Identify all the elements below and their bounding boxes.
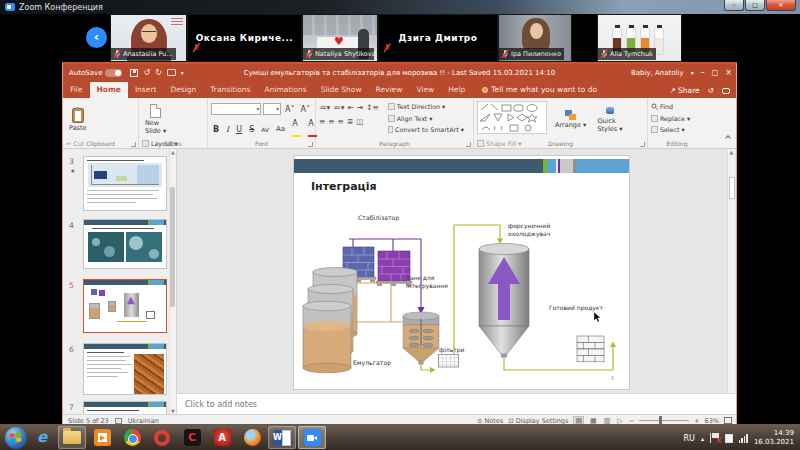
replace-button[interactable]: Replace ▾ xyxy=(651,115,703,122)
proofing-icon[interactable]: ✓ xyxy=(115,418,122,424)
history-icon[interactable]: ↺ xyxy=(708,86,714,95)
underline-button[interactable]: U xyxy=(234,124,244,135)
participant-video-alla[interactable]: Alla Tymchuk xyxy=(597,14,682,62)
align-right-button[interactable]: ≡ xyxy=(338,117,344,126)
increase-indent-button[interactable]: ⇥ xyxy=(357,103,363,112)
text-direction-button[interactable]: Text Direction ▾ xyxy=(388,103,464,110)
ppt-minimize-icon[interactable]: – xyxy=(701,69,705,77)
slide-thumbnail-6[interactable] xyxy=(83,343,167,395)
taskbar-opera[interactable] xyxy=(148,426,176,449)
quick-styles-button[interactable]: QuickStyles ▾ xyxy=(594,101,625,138)
change-case-button[interactable]: Aa xyxy=(274,124,287,135)
paste-button[interactable]: Paste xyxy=(66,101,90,138)
columns-button[interactable]: ◫ xyxy=(356,117,363,126)
taskbar-acrobat[interactable]: A xyxy=(208,426,236,449)
tab-animations[interactable]: Animations xyxy=(258,82,314,98)
dialog-launcher-icon[interactable] xyxy=(466,142,471,147)
tab-view[interactable]: View xyxy=(409,82,441,98)
taskbar-internet-explorer[interactable]: e xyxy=(28,426,56,449)
comments-icon[interactable] xyxy=(722,88,730,94)
align-left-button[interactable]: ≡ xyxy=(319,117,325,126)
panel-scrollbar-thumb[interactable] xyxy=(170,187,175,307)
participant-video-ira[interactable]: Іра Пилипенко xyxy=(498,14,572,62)
ppt-restore-icon[interactable]: ◻ xyxy=(712,69,719,77)
dialog-launcher-icon[interactable] xyxy=(640,142,645,147)
collapse-ribbon-button[interactable] xyxy=(726,125,730,144)
font-name-combo[interactable] xyxy=(211,103,261,115)
tab-transitions[interactable]: Transitions xyxy=(203,82,257,98)
bullets-button[interactable]: ≔▾ xyxy=(319,103,330,112)
tab-slideshow[interactable]: Slide Show xyxy=(314,82,369,98)
tab-design[interactable]: Design xyxy=(163,82,203,98)
taskbar-chrome[interactable] xyxy=(118,426,146,449)
taskbar-firefox[interactable] xyxy=(238,426,266,449)
arrange-button[interactable]: Arrange ▾ xyxy=(552,101,589,138)
line-spacing-button[interactable]: ↕≡ xyxy=(366,103,379,112)
participant-video-nataliya[interactable]: ♥ Nataliya Shytikova xyxy=(302,14,378,62)
slide-canvas[interactable]: Інтеграція Стабілізатор xyxy=(294,156,629,389)
tab-file[interactable]: File xyxy=(63,82,90,98)
scroll-participants-left-button[interactable]: ‹ xyxy=(86,27,107,48)
align-center-button[interactable]: ≡ xyxy=(328,117,334,126)
close-icon[interactable]: × xyxy=(766,0,796,11)
taskbar-comodo[interactable]: C xyxy=(178,426,206,449)
numbering-button[interactable]: ≕▾ xyxy=(333,103,344,112)
autosave-toggle[interactable]: AutoSave xyxy=(69,69,122,77)
bold-button[interactable]: B xyxy=(211,124,221,135)
minimize-icon[interactable]: – xyxy=(724,0,744,11)
tab-home[interactable]: Home xyxy=(90,82,128,98)
find-button[interactable]: Find xyxy=(651,103,703,110)
slide-thumbnail-4[interactable] xyxy=(83,219,167,269)
taskbar-zoom[interactable] xyxy=(298,426,326,449)
align-text-button[interactable]: Align Text ▾ xyxy=(388,115,464,122)
decrease-indent-button[interactable]: ⇤ xyxy=(348,103,354,112)
participant-tile-dzyga[interactable]: Дзига Дмитро xyxy=(378,14,498,62)
char-spacing-button[interactable]: AV xyxy=(259,124,271,135)
shrink-font-button[interactable]: A˅ xyxy=(299,104,312,115)
notes-pane[interactable]: Click to add notes xyxy=(177,393,736,414)
participant-tile-oksana[interactable]: Оксана Кириче... xyxy=(187,14,302,62)
dialog-launcher-icon[interactable] xyxy=(131,142,136,147)
qat-dropdown-icon[interactable]: ▾ xyxy=(181,69,184,76)
taskbar-media-player[interactable] xyxy=(88,426,116,449)
dialog-launcher-icon[interactable] xyxy=(308,142,313,147)
highlight-color-button[interactable]: A xyxy=(290,118,303,140)
participant-video-anastasiia[interactable]: Anastasiia Pu... xyxy=(110,14,187,62)
tab-review[interactable]: Review xyxy=(369,82,410,98)
save-icon[interactable] xyxy=(130,69,138,77)
taskbar-clock[interactable]: 14:39 16.03.2021 xyxy=(754,429,794,447)
italic-button[interactable]: I xyxy=(224,124,231,135)
start-button[interactable] xyxy=(5,427,27,449)
tray-app-icon[interactable] xyxy=(725,434,733,443)
slide-thumbnail-3[interactable] xyxy=(83,156,167,211)
network-signal-icon[interactable] xyxy=(739,434,748,443)
justify-button[interactable]: ≣ xyxy=(347,117,353,126)
action-center-flag-icon[interactable] xyxy=(710,433,719,443)
share-button[interactable]: ↗ Share xyxy=(669,86,699,95)
convert-smartart-button[interactable]: Convert to SmartArt ▾ xyxy=(388,126,464,133)
slide-thumbnail-5[interactable]: ▲ xyxy=(83,279,167,333)
new-slide-button[interactable]: NewSlide ▾ xyxy=(142,101,169,138)
tab-insert[interactable]: Insert xyxy=(128,82,164,98)
select-button[interactable]: Select ▾ xyxy=(651,126,703,133)
undo-icon[interactable]: ↺ xyxy=(143,68,150,77)
canvas-scrollbar-thumb[interactable] xyxy=(729,177,735,199)
slideshow-icon[interactable] xyxy=(167,69,176,76)
tray-expand-icon[interactable]: ▴ xyxy=(701,435,704,442)
fit-to-window-icon[interactable] xyxy=(724,417,732,424)
grow-font-button[interactable]: A˄ xyxy=(283,104,296,115)
redo-icon[interactable]: ↻ xyxy=(155,68,162,77)
zoom-slider[interactable] xyxy=(639,420,689,421)
tell-me-box[interactable]: Tell me what you want to do xyxy=(482,85,597,98)
strikethrough-button[interactable]: S xyxy=(247,124,256,135)
maximize-icon[interactable]: ◻ xyxy=(745,0,765,11)
ppt-close-icon[interactable]: × xyxy=(725,69,732,77)
font-size-combo[interactable] xyxy=(263,103,281,115)
taskbar-file-explorer[interactable] xyxy=(58,426,86,449)
ribbon-options-icon[interactable]: ▾ xyxy=(691,70,694,76)
shapes-gallery[interactable] xyxy=(477,101,547,134)
tab-help[interactable]: Help xyxy=(441,82,472,98)
language-switcher[interactable]: RU xyxy=(683,434,694,443)
slide-thumbnail-7[interactable] xyxy=(83,401,167,414)
taskbar-word[interactable]: W xyxy=(268,426,296,449)
